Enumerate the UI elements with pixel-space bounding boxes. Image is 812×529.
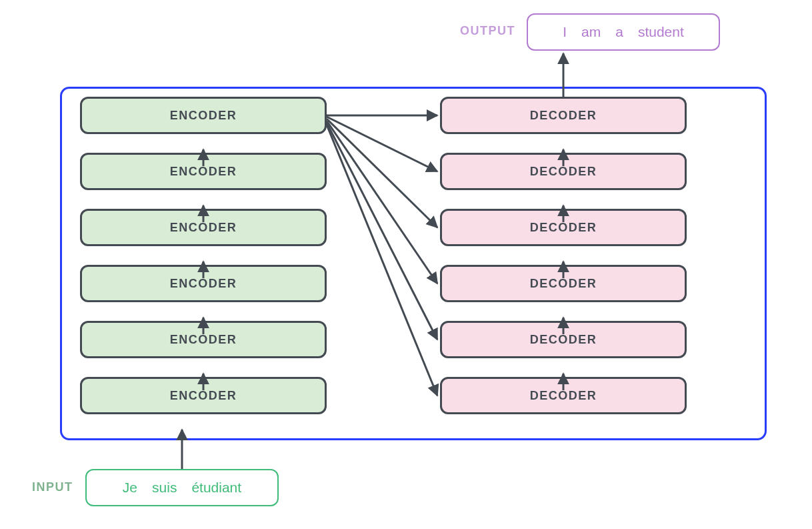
- input-token: étudiant: [191, 480, 241, 496]
- decoder-block: DECODER: [440, 377, 687, 414]
- output-token: student: [638, 24, 684, 40]
- decoder-block: DECODER: [440, 209, 687, 246]
- output-token: a: [615, 24, 623, 40]
- input-token: suis: [152, 480, 177, 496]
- output-box: I am a student: [527, 13, 720, 51]
- encoder-block: ENCODER: [80, 377, 327, 414]
- decoder-block: DECODER: [440, 153, 687, 190]
- encoder-stack: ENCODER ENCODER ENCODER ENCODER ENCODER …: [80, 97, 327, 414]
- decoder-block: DECODER: [440, 97, 687, 134]
- input-token: Je: [123, 480, 137, 496]
- decoder-stack: DECODER DECODER DECODER DECODER DECODER …: [440, 97, 687, 414]
- encoder-block: ENCODER: [80, 97, 327, 134]
- output-token: I: [563, 24, 567, 40]
- encoder-block: ENCODER: [80, 321, 327, 358]
- decoder-block: DECODER: [440, 321, 687, 358]
- input-label: INPUT: [32, 480, 73, 494]
- output-token: am: [581, 24, 601, 40]
- input-box: Je suis étudiant: [85, 469, 279, 506]
- decoder-block: DECODER: [440, 265, 687, 302]
- encoder-block: ENCODER: [80, 265, 327, 302]
- output-label: OUTPUT: [460, 24, 515, 38]
- encoder-block: ENCODER: [80, 153, 327, 190]
- encoder-block: ENCODER: [80, 209, 327, 246]
